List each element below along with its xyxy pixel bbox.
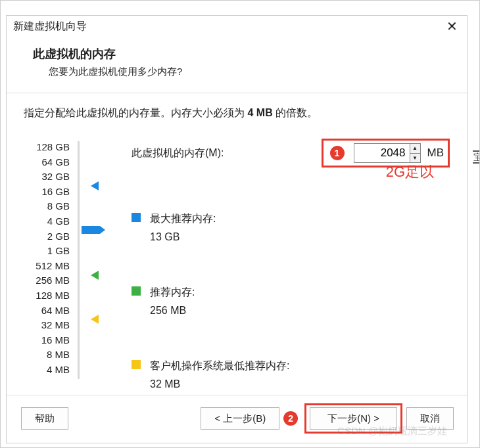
memory-slider[interactable] — [72, 140, 84, 393]
spin-down-icon[interactable]: ▼ — [410, 154, 420, 163]
tick: 32 MB — [24, 318, 70, 333]
reco-rec-label: 推荐内存: — [150, 284, 195, 301]
window-title: 新建虚拟机向导 — [13, 20, 87, 34]
reco-rec: 推荐内存: 256 MB — [132, 284, 450, 319]
tick: 16 MB — [24, 333, 70, 348]
reco-min-value: 32 MB — [150, 376, 289, 393]
reco-min-label: 客户机操作系统最低推荐内存: — [150, 357, 289, 374]
instruction-text: 指定分配给此虚拟机的内存量。内存大小必须为 4 MB 的倍数。 — [24, 106, 450, 120]
instruction-bold: 4 MB — [247, 107, 272, 118]
pointer-column — [91, 140, 128, 393]
memory-spinner[interactable]: ▲ ▼ — [354, 143, 421, 163]
slider-ticks: 128 GB 64 GB 32 GB 16 GB 8 GB 4 GB 2 GB … — [24, 140, 71, 393]
tick: 64 GB — [24, 155, 70, 170]
tick: 4 GB — [24, 214, 70, 229]
tick: 16 GB — [24, 185, 70, 200]
cancel-button[interactable]: 取消 — [406, 407, 454, 430]
close-icon[interactable]: ✕ — [443, 18, 462, 34]
memory-label: 此虚拟机的内存(M): — [132, 146, 316, 160]
tick: 2 GB — [24, 229, 70, 244]
wizard-dialog: 新建虚拟机向导 ✕ 此虚拟机的内存 您要为此虚拟机使用多少内存? 指定分配给此虚… — [6, 15, 468, 443]
reco-min: 客户机操作系统最低推荐内存: 32 MB — [132, 357, 450, 393]
footer: 帮助 < 上一步(B) 2 下一步(N) > 取消 — [7, 395, 467, 443]
max-pointer-icon — [91, 181, 99, 190]
instruction-post: 的倍数。 — [273, 107, 318, 118]
page-subtitle: 您要为此虚拟机使用多少内存? — [49, 66, 454, 78]
tick: 256 MB — [24, 273, 70, 288]
tick: 128 MB — [24, 288, 70, 303]
tick: 8 GB — [24, 199, 70, 214]
tick: 8 MB — [24, 347, 70, 363]
memory-input[interactable] — [354, 144, 410, 162]
tick: 32 GB — [24, 169, 70, 185]
header: 此虚拟机的内存 您要为此虚拟机使用多少内存? — [7, 39, 467, 93]
reco-max-label: 最大推荐内存: — [150, 210, 216, 227]
slider-track — [78, 141, 80, 379]
back-button[interactable]: < 上一步(B) — [201, 407, 279, 430]
slider-thumb[interactable] — [82, 226, 100, 234]
titlebar: 新建虚拟机向导 ✕ — [7, 16, 467, 39]
bg-stub: 宝 — [473, 150, 479, 164]
next-button[interactable]: 下一步(N) > — [310, 407, 397, 430]
content: 指定分配给此虚拟机的内存量。内存大小必须为 4 MB 的倍数。 128 GB 6… — [7, 93, 467, 395]
tick: 1 GB — [24, 244, 70, 259]
tick: 4 MB — [24, 363, 70, 378]
reco-max-value: 13 GB — [150, 229, 216, 246]
highlight-box-2: 下一步(N) > — [304, 403, 402, 434]
help-button[interactable]: 帮助 — [21, 407, 68, 430]
reco-rec-value: 256 MB — [150, 302, 195, 319]
memory-unit: MB — [427, 146, 444, 160]
annotation-text: 2G足以 — [386, 162, 434, 182]
tick: 512 MB — [24, 259, 70, 274]
rec-pointer-icon — [91, 271, 99, 280]
square-icon-max — [132, 213, 141, 222]
min-pointer-icon — [91, 315, 99, 324]
reco-max: 最大推荐内存: 13 GB — [132, 210, 450, 246]
spin-up-icon[interactable]: ▲ — [410, 144, 420, 154]
square-icon-rec — [132, 286, 141, 296]
tick: 128 GB — [24, 140, 70, 155]
page-title: 此虚拟机的内存 — [33, 46, 454, 62]
tick: 64 MB — [24, 303, 70, 319]
instruction-pre: 指定分配给此虚拟机的内存量。内存大小必须为 — [24, 107, 247, 118]
square-icon-min — [132, 360, 141, 369]
annotation-badge-2: 2 — [283, 411, 298, 426]
annotation-badge-1: 1 — [330, 146, 345, 160]
